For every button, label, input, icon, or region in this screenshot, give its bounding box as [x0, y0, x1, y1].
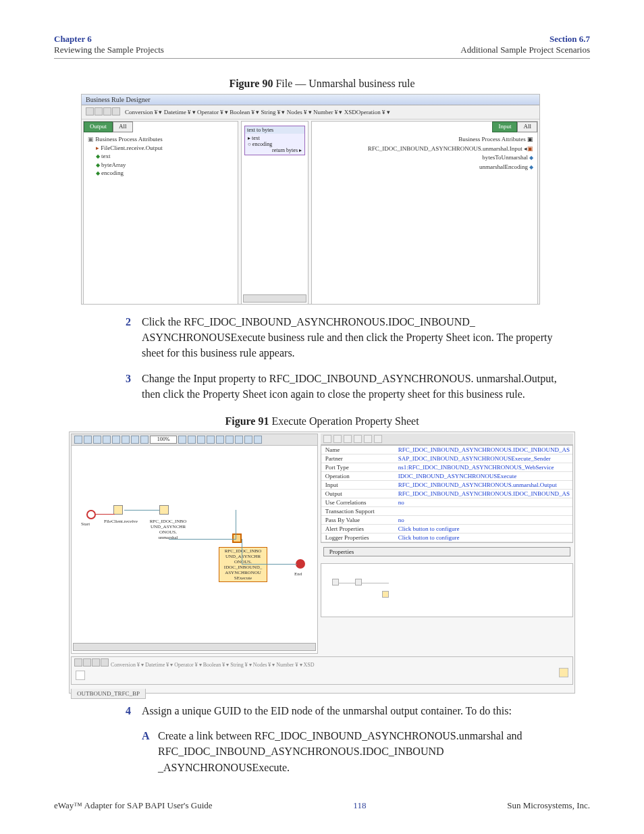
all-tab-right[interactable]: All [517, 122, 537, 132]
tree-attr-unmarshalencoding[interactable]: unmarshalEncoding [316, 163, 533, 172]
output-tab[interactable]: Output [84, 122, 113, 132]
prop-row-output[interactable]: OutputRFC_IDOC_INBOUND_ASYNCHRONOUS.IDOC… [321, 490, 572, 498]
tree-unmarshal-input[interactable]: RFC_IDOC_INBOUND_ASYNCHRONOUS.unmarshal.… [316, 145, 533, 154]
prop-tool-icon[interactable] [333, 435, 342, 443]
input-tree-panel: Input All Business Process Attributes ▣ … [311, 121, 538, 305]
chapter-label: Chapter 6 [54, 34, 164, 45]
output-tree-panel: Output All Business Process Attributes ▸… [83, 121, 238, 305]
prop-row-operation[interactable]: OperationIDOC_INBOUND_ASYNCHRONOUSExecut… [321, 472, 572, 481]
tool-icon[interactable] [178, 436, 186, 444]
tool-icon[interactable] [93, 436, 101, 444]
prop-tool-icon[interactable] [344, 435, 352, 443]
tool-icon[interactable] [225, 436, 234, 444]
tool-icon[interactable] [197, 436, 205, 444]
print-icon[interactable] [103, 107, 111, 115]
page: Chapter 6 Reviewing the Sample Projects … [0, 0, 644, 834]
delete-icon[interactable] [101, 658, 109, 667]
process-canvas-panel: 100% Start FileClient.receive RFC_IDOC_I… [71, 434, 318, 654]
prop-tool-icon[interactable] [323, 435, 331, 443]
tool-icon[interactable] [74, 436, 82, 444]
prop-row-logger[interactable]: Logger PropertiesClick button to configu… [321, 533, 572, 542]
print-icon[interactable] [92, 658, 100, 667]
text-to-bytes-func[interactable]: text to bytes ▸ text ○ encoding return b… [244, 126, 305, 155]
step-4-text: Assign a unique GUID to the EID node of … [142, 703, 512, 719]
end-label: End [294, 571, 302, 577]
fileclient-receive-node[interactable] [113, 505, 123, 515]
unmarshal-node[interactable] [159, 505, 169, 515]
prop-row-porttype[interactable]: Port Typens1:RFC_IDOC_INBOUND_ASYNCHRONO… [321, 463, 572, 472]
tree-attr-bytearray[interactable]: byteArray [96, 161, 126, 168]
step-3: 3 Change the Input property to RFC_IDOC_… [126, 371, 570, 402]
prop-row-partner[interactable]: PartnerSAP_IDOC_INBOUND_ASYNCHRONOUSExec… [321, 454, 572, 463]
tree-file-output[interactable]: FileClient.receive.Output [101, 145, 162, 151]
tool-icon[interactable] [103, 436, 111, 444]
save-icon[interactable] [83, 658, 91, 667]
prop-row-alert[interactable]: Alert PropertiesClick button to configur… [321, 525, 572, 533]
tree-attr-bytestounmarshal[interactable]: bytesToUnmarshal [316, 153, 533, 163]
mid-scrollbar[interactable] [243, 294, 306, 303]
canvas-scrollbar[interactable] [73, 643, 316, 651]
step-4-number: 4 [126, 703, 142, 719]
prop-row-input[interactable]: InputRFC_IDOC_INBOUND_ASYNCHRONOUS.unmar… [321, 481, 572, 490]
preview-node [355, 579, 362, 585]
properties-button[interactable]: Properties [323, 547, 570, 556]
toolbar-icons [86, 107, 121, 117]
tool-icon[interactable] [84, 436, 92, 444]
prop-row-passbyvalue[interactable]: Pass By Valueno [321, 516, 572, 525]
tool-icon[interactable] [254, 436, 262, 444]
zoom-selector[interactable]: 100% [150, 436, 177, 444]
save-icon[interactable] [95, 107, 103, 115]
preview-node [382, 591, 389, 598]
prop-tool-icon[interactable] [374, 435, 382, 443]
start-label: Start [81, 521, 90, 527]
tool-icon[interactable] [140, 436, 149, 444]
add-icon[interactable] [86, 107, 94, 115]
toolbar-menus[interactable]: Conversion ¥ ▾ Datetime ¥ ▾ Operator ¥ ▾… [125, 109, 390, 115]
step-3-text: Change the Input property to RFC_IDOC_IN… [142, 371, 570, 402]
bottom-toolbar-icons [74, 662, 109, 668]
tool-icon[interactable] [188, 436, 196, 444]
start-node[interactable] [86, 510, 96, 519]
delete-icon[interactable] [112, 107, 120, 115]
tool-icon[interactable] [112, 436, 120, 444]
connector [169, 510, 236, 540]
prop-row-name[interactable]: NameRFC_IDOC_INBOUND_ASYNCHRONOUS.IDOC_I… [321, 446, 572, 454]
func-in-encoding: ○ encoding [248, 141, 302, 147]
tree-root-left[interactable]: Business Process Attributes [88, 135, 234, 144]
prop-tool-icon[interactable] [354, 435, 362, 443]
body-text-2: 4 Assign a unique GUID to the EID node o… [126, 703, 570, 775]
tool-icon[interactable] [216, 436, 224, 444]
substep-a: A Create a link between RFC_IDOC_INBOUND… [142, 728, 570, 775]
step-2-text: Click the RFC_IDOC_INBOUND_ASYNCHRONOUS.… [142, 314, 570, 361]
property-toolbar [321, 434, 573, 445]
tool-icon[interactable] [131, 436, 139, 444]
process-canvas[interactable]: Start FileClient.receive RFC_IDOC_INBO U… [72, 446, 317, 652]
figure-90-title: File — Unmarshal business rule [273, 78, 414, 89]
step-3-number: 3 [126, 371, 142, 402]
connector [124, 510, 159, 511]
editor-tab[interactable]: OUTBOUND_TRFC_BP [71, 689, 146, 699]
connector [242, 539, 297, 565]
tree-attr-encoding[interactable]: encoding [96, 170, 124, 176]
page-number: 118 [353, 800, 366, 811]
tool-icon[interactable] [235, 436, 243, 444]
prop-row-txsupport[interactable]: Transaction Support [321, 507, 572, 516]
tree-attr-text[interactable]: text [96, 153, 111, 159]
figure-91: 100% Start FileClient.receive RFC_IDOC_I… [69, 432, 575, 694]
all-tab-left[interactable]: All [113, 122, 133, 132]
prop-tool-icon[interactable] [364, 435, 372, 443]
end-node[interactable] [296, 559, 305, 569]
add-icon[interactable] [74, 658, 82, 667]
preview-node [332, 579, 339, 585]
prop-row-correlations[interactable]: Use Correlationsno [321, 498, 572, 507]
bottom-toolbar-text[interactable]: Conversion ¥ ▾ Datetime ¥ ▾ Operator ¥ ▾… [111, 662, 315, 668]
preview-line [335, 583, 389, 583]
connector [96, 514, 115, 515]
property-list: NameRFC_IDOC_INBOUND_ASYNCHRONOUS.IDOC_I… [321, 445, 573, 543]
tool-icon[interactable] [207, 436, 215, 444]
func-in-text: ▸ text [248, 135, 302, 141]
input-tab[interactable]: Input [492, 122, 517, 132]
tool-icon[interactable] [244, 436, 252, 444]
tool-icon[interactable] [122, 436, 130, 444]
tree-root-right[interactable]: Business Process Attributes ▣ [316, 135, 533, 145]
